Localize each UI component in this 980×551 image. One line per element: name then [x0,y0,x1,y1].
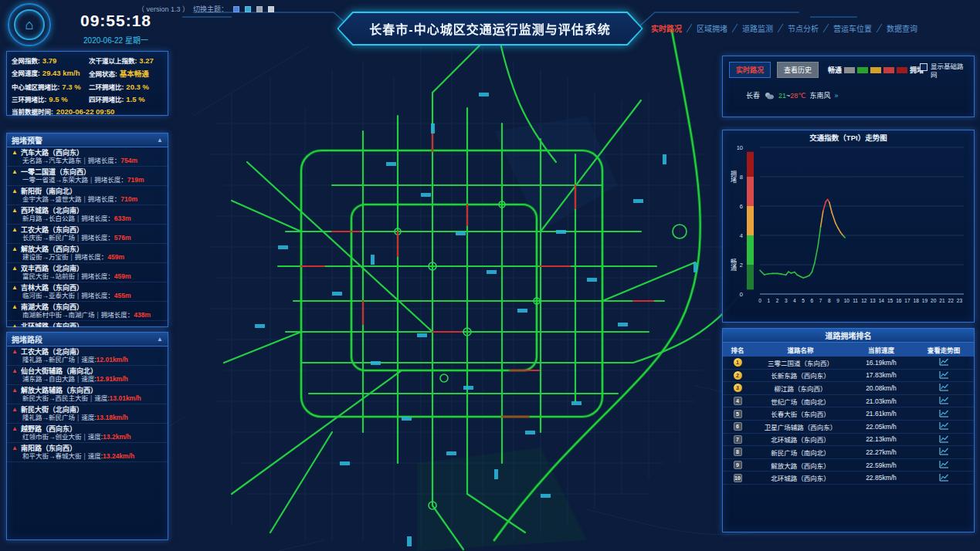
header-bar: ⌂ （ version 1.3 ） 切换主题： 09:55:18 2020-06… [0,0,980,48]
clock: 09:55:18 [68,12,164,30]
trend-chart-icon[interactable] [939,421,949,431]
metric-value: 455m [114,292,131,299]
nav-item-vehicle-location[interactable]: 营运车位置 [826,22,879,34]
nav-item-road-monitor[interactable]: 道路监测 [735,22,780,34]
road-segment: 一零一省道→东荣大路 [22,176,88,184]
list-item[interactable]: ▲吉林大路（东向西）临河街→亚泰大街|拥堵长度：455m [7,282,168,302]
weather-more-arrow[interactable]: » [834,92,838,100]
svg-text:16: 16 [896,298,902,303]
col-road: 道路名称 [752,345,849,354]
tab-view-history[interactable]: 查看历史 [777,62,819,78]
trend-chart-icon[interactable] [939,473,949,483]
list-item[interactable]: ▲汽车大路（西向东）无名路→汽车大路东|拥堵长度：754m [7,147,168,167]
collapse-arrow-icon[interactable]: ▲ [157,336,163,343]
road-segment: 建设街→万宝街 [22,253,69,261]
metric-label: 速度: [94,394,109,402]
list-item[interactable]: ▲新阳街（南向北）金宇大路→盛世大路|拥堵长度：710m [7,186,168,205]
warning-triangle-icon: ▲ [12,445,18,451]
metric-value: 754m [120,157,137,164]
list-item[interactable]: ▲新民大街（北向南）隆礼路→新民广场|速度:13.18km/h [7,404,168,424]
road-name: 卫星广场辅路（西向东） [752,422,849,431]
svg-text:5: 5 [802,298,805,303]
trend-chart-icon[interactable] [939,447,949,457]
list-item[interactable]: ▲南阳路（东向西）和平大街→春城大街|速度:13.24km/h [7,443,168,462]
collapse-arrow-icon[interactable]: ▲ [157,137,163,144]
metric-label: 拥堵长度： [75,253,108,261]
metric-value: 13.01km/h [110,394,141,402]
panel-title: 拥堵预警 [12,134,42,146]
list-item[interactable]: ▲一零二国道（东向西）一零一省道→东荣大路|拥堵长度：719m [7,167,168,186]
current-speed: 22.05km/h [849,423,914,431]
metric-value: 459m [114,272,131,280]
show-basemap-checkbox[interactable]: 显示基础路网 [920,63,968,79]
warning-triangle-icon: ▲ [12,323,18,327]
theme-swatch-3[interactable] [256,6,263,12]
road-segment: 无名路→汽车大路东 [22,157,82,164]
list-item[interactable]: ▲仙台大街辅路（南向北）浦东路→自由大路|速度:12.91km/h [7,366,168,385]
table-row: 8新民广场（南向北）22.27km/h [723,446,974,459]
home-button[interactable]: ⌂ [8,3,51,46]
table-row: 5长春大街（东向西）21.61km/h [723,407,974,421]
road-name: 长春大街（东向西） [752,409,849,418]
list-item[interactable]: ▲解放大路辅路（东向西）新民大街→西民主大街|速度:13.01km/h [7,385,168,404]
trend-chart-icon[interactable] [939,409,949,419]
warning-triangle-icon: ▲ [12,227,18,233]
list-item[interactable]: ▲北环城路（东向西）北人民大街→北凯旋路|拥堵长度：436m [7,321,168,327]
trend-chart-icon[interactable] [939,434,949,445]
nav-item-region[interactable]: 区域拥堵 [690,22,734,34]
list-item[interactable]: ▲越野路（西向东）红领巾街→创业大街|速度:13.2km/h [7,424,168,443]
metric-label: 速度: [81,356,96,363]
road-name: 解放大路辅路（东向西） [21,387,97,394]
list-item[interactable]: ▲南湖大路（东向西）南湖新村中街→南湖广场|拥堵长度：438m [7,302,168,321]
list-item[interactable]: ▲工农大路（北向南）隆礼路→新民广场|速度:12.01km/h [7,346,168,366]
theme-swatch-4[interactable] [268,6,274,12]
list-item[interactable]: ▲工农大路（东向西）长庆街→新民广场|拥堵长度：576m [7,225,168,244]
list-item[interactable]: ▲双丰西路（北向南）富民大街→站前街|拥堵长度：459m [7,263,168,282]
theme-swatch-1[interactable] [233,6,239,12]
svg-text:4: 4 [793,298,796,303]
trend-chart-icon[interactable] [939,357,949,367]
list-item[interactable]: ▲解放大路（西向东）建设街→万宝街|拥堵长度：459m [7,244,168,263]
tpi-trend-chart-panel: 交通指数（TPI）走势图0246810拥堵畅通01234567891011121… [722,130,975,323]
svg-text:畅通: 畅通 [730,258,737,272]
stat-value: 1.5 % [126,95,144,103]
rank-badge: 5 [734,410,742,418]
svg-text:15: 15 [887,298,894,303]
warning-triangle-icon: ▲ [12,304,18,310]
svg-text:0: 0 [758,298,761,303]
nav-item-realtime[interactable]: 实时路况 [644,22,689,34]
trend-chart-icon[interactable] [939,460,949,470]
road-segment: 浦东路→自由大路 [22,375,75,383]
checkbox-label: 显示基础路网 [931,63,968,79]
road-name: 南湖大路（东向西） [21,303,83,311]
checkbox-icon[interactable] [920,63,927,71]
legend-swatch [883,67,894,73]
tab-realtime-traffic[interactable]: 实时路况 [729,62,771,78]
road-name: 世纪广场（南向北） [752,397,849,406]
road-name: 工农大路（东向西） [21,226,83,234]
road-name: 越野路（西向东） [21,425,76,433]
road-name: 新民广场（南向北） [752,448,849,457]
nav-item-data-query[interactable]: 数据查询 [880,22,924,34]
nav-item-node-analysis[interactable]: 节点分析 [781,22,826,34]
metric-value: 13.18km/h [97,414,128,421]
trend-chart-icon[interactable] [939,383,949,393]
svg-text:10: 10 [737,144,743,151]
road-name: 南阳路（东向西） [21,445,76,452]
road-name: 北环城路（西向东） [752,473,849,482]
stat-label: 三环拥堵比: [12,94,46,103]
trend-chart-icon[interactable] [939,370,949,380]
weather-icon [764,91,775,100]
road-segment: 临河街→亚泰大街 [22,292,75,299]
date: 2020-06-22 星期一 [68,34,164,46]
metric-value: 719m [127,176,144,184]
svg-text:0: 0 [740,291,743,298]
stat-value: 3.27 [139,56,154,65]
temp-high: 28℃ [790,92,805,100]
trend-chart-icon[interactable] [939,396,949,406]
svg-text:拥堵: 拥堵 [730,170,737,184]
road-name: 柳江路（东向西） [752,384,849,393]
stat-label: 全网速度: [12,68,40,77]
theme-swatch-2[interactable] [245,6,251,12]
list-item[interactable]: ▲西环城路（北向南）新月路→长白公路|拥堵长度：633m [7,205,168,225]
